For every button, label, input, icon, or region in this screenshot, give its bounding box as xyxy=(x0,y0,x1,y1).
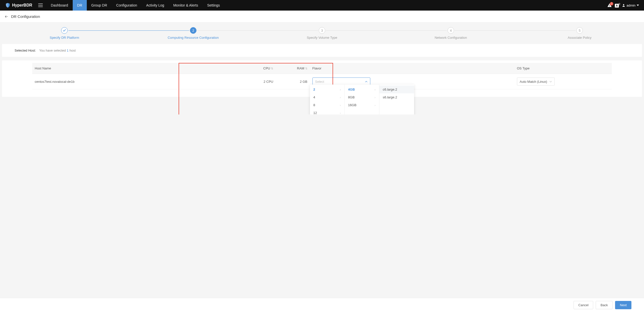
cascader-item[interactable]: c6.large.2 xyxy=(379,86,414,93)
cascader-col-cpu: 2› 4› 8› 12› 16› 24› xyxy=(310,85,345,114)
selected-host-count: 1 xyxy=(67,49,68,52)
user-menu[interactable]: admin xyxy=(622,4,639,7)
chevron-down-icon xyxy=(549,81,552,83)
nav-item-dashboard[interactable]: Dashboard xyxy=(46,0,73,11)
brand-logo: HyperBDR xyxy=(3,3,35,8)
alert-icon[interactable]: 0 xyxy=(607,3,612,8)
th-flavor: Flavor xyxy=(310,63,514,74)
os-type-value: Auto Match (Linux) xyxy=(520,80,547,84)
chevron-right-icon: › xyxy=(375,88,376,91)
th-host-name: Host Name xyxy=(32,63,242,74)
table-row: centos7test.novalocal-de1b 2 CPU 2 GB Se… xyxy=(32,74,612,89)
brand-text: HyperBDR xyxy=(12,3,32,8)
chevron-up-icon xyxy=(365,81,368,83)
chevron-right-icon: › xyxy=(375,96,376,99)
cascader-item[interactable]: 8GB› xyxy=(345,93,379,101)
cascader-col-flavor: c6.large.2 s6.large.2 xyxy=(379,85,414,114)
steps-container: Specify DR Platform 2 Computing Resource… xyxy=(0,23,644,42)
steps: Specify DR Platform 2 Computing Resource… xyxy=(0,27,644,40)
cell-flavor: Select 2› 4› 8› 12› 16› 24› xyxy=(310,74,514,89)
chevron-right-icon: › xyxy=(340,104,341,107)
cell-cpu: 2 CPU xyxy=(242,74,276,89)
selected-host-bar: Selected Host: You have selected 1 host xyxy=(2,44,642,57)
flavor-placeholder: Select xyxy=(315,80,324,84)
step-5-label: Associate Policy xyxy=(515,36,644,40)
nav-right: 0 A 文 admin xyxy=(607,3,641,8)
back-arrow-icon[interactable] xyxy=(5,15,9,19)
th-os-type: OS Type xyxy=(514,63,612,74)
chevron-right-icon: › xyxy=(375,104,376,107)
cascader-item[interactable]: 4GB› xyxy=(345,86,379,93)
step-2[interactable]: 2 Computing Resource Configuration xyxy=(129,27,258,40)
selected-host-text-before: You have selected xyxy=(39,49,67,52)
menu-toggle-icon[interactable] xyxy=(35,4,46,7)
step-3-circle: 3 xyxy=(319,27,325,34)
step-4: 4 Network Configuration xyxy=(386,27,515,40)
cascader-item[interactable]: 16GB› xyxy=(345,101,379,109)
step-4-circle: 4 xyxy=(448,27,454,34)
nav-item-configuration[interactable]: Configuration xyxy=(112,0,142,11)
selected-host-text-after: host xyxy=(69,49,76,52)
step-4-label: Network Configuration xyxy=(386,36,515,40)
page-title: DR Configuration xyxy=(11,14,40,19)
cell-host-name: centos7test.novalocal-de1b xyxy=(32,74,242,89)
step-5-circle: 5 xyxy=(576,27,583,34)
selected-host-label: Selected Host: xyxy=(15,49,36,52)
step-3: 3 Specify Volume Type xyxy=(258,27,386,40)
step-1-circle xyxy=(61,27,68,34)
hosts-table: Host Name CPU RAM Flavor OS Type centos7… xyxy=(32,63,612,89)
chevron-right-icon: › xyxy=(340,111,341,114)
flavor-cascader: 2› 4› 8› 12› 16› 24› 4GB› 8GB› 16GB› xyxy=(310,85,414,114)
nav-item-monitor-alerts[interactable]: Monitor & Alerts xyxy=(169,0,203,11)
cascader-item[interactable]: 4› xyxy=(310,93,344,101)
user-name: admin xyxy=(627,4,635,7)
step-2-label: Computing Resource Configuration xyxy=(129,36,258,40)
nav-item-group-dr[interactable]: Group DR xyxy=(87,0,112,11)
chevron-right-icon: › xyxy=(340,88,341,91)
main-content: Host Name CPU RAM Flavor OS Type centos7… xyxy=(2,60,642,97)
cascader-item[interactable]: 2› xyxy=(310,86,344,93)
step-1-label: Specify DR Platform xyxy=(0,36,129,40)
step-1[interactable]: Specify DR Platform xyxy=(0,27,129,40)
nav-items: Dashboard DR Group DR Configuration Acti… xyxy=(46,0,224,11)
th-cpu[interactable]: CPU xyxy=(242,63,276,74)
step-5: 5 Associate Policy xyxy=(515,27,644,40)
cascader-item[interactable]: 8› xyxy=(310,101,344,109)
nav-item-dr[interactable]: DR xyxy=(73,0,87,11)
svg-point-0 xyxy=(623,4,624,5)
chevron-down-icon xyxy=(637,5,639,6)
chevron-right-icon: › xyxy=(340,96,341,99)
cascader-col-ram: 4GB› 8GB› 16GB› xyxy=(345,85,379,114)
cell-os-type: Auto Match (Linux) xyxy=(514,74,612,89)
subheader: DR Configuration xyxy=(0,11,644,23)
cascader-item[interactable]: 12› xyxy=(310,109,344,114)
nav-item-settings[interactable]: Settings xyxy=(203,0,224,11)
cell-ram: 2 GB xyxy=(276,74,310,89)
cascader-item[interactable]: s6.large.2 xyxy=(379,93,414,101)
top-nav: HyperBDR Dashboard DR Group DR Configura… xyxy=(0,0,644,11)
step-3-label: Specify Volume Type xyxy=(258,36,386,40)
nav-item-activity-log[interactable]: Activity Log xyxy=(142,0,169,11)
user-icon xyxy=(622,4,625,7)
step-2-circle: 2 xyxy=(190,27,196,34)
shield-icon xyxy=(5,3,11,8)
th-ram[interactable]: RAM xyxy=(276,63,310,74)
language-switch[interactable]: A 文 xyxy=(615,3,619,7)
alert-badge: 0 xyxy=(610,2,613,6)
os-type-select[interactable]: Auto Match (Linux) xyxy=(517,77,555,86)
